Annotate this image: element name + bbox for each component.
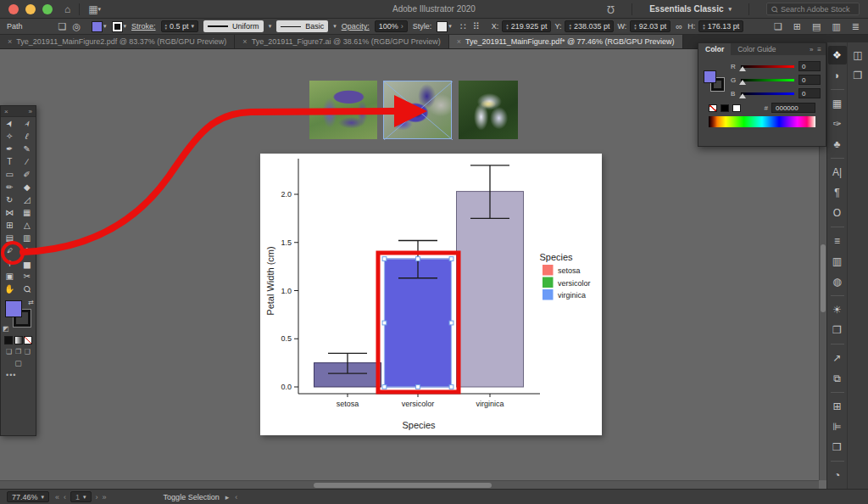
workspace-switcher[interactable]: Essentials Classic ▾ — [649, 4, 732, 14]
panel-fill-stroke-indicator[interactable] — [704, 70, 726, 92]
close-tab-icon[interactable]: × — [242, 37, 247, 46]
close-panel-icon[interactable]: × — [4, 108, 8, 115]
chevron-down-icon[interactable]: ▾ — [333, 23, 337, 30]
panel-fill-swatch[interactable] — [704, 70, 716, 83]
stroke-color-control[interactable]: ▾ — [112, 21, 127, 32]
swap-fill-stroke-icon[interactable]: ⇄ — [28, 299, 34, 306]
fill-color-control[interactable]: ▾ — [92, 21, 107, 32]
collapse-panel-icon[interactable]: » — [29, 108, 32, 115]
libraries-panel-icon[interactable]: ❐ — [849, 66, 867, 85]
channel-value-field[interactable]: 0 — [798, 88, 821, 98]
align-panel-icon[interactable]: ⊫ — [828, 417, 847, 436]
zoom-level-dropdown[interactable]: 77.46% ▾ — [7, 491, 49, 502]
width-tool[interactable]: ⋈ — [1, 206, 19, 219]
horizontal-scroll-thumb[interactable] — [314, 483, 492, 488]
close-tab-icon[interactable]: × — [8, 37, 12, 46]
slider-thumb[interactable] — [739, 66, 746, 71]
status-back-icon[interactable]: ‹ — [235, 493, 237, 501]
artboard[interactable]: 0.00.51.01.52.0setosaversicolorvirginica… — [260, 154, 602, 435]
shaper-tool[interactable]: ◆ — [19, 181, 36, 193]
ideas-lightbulb-icon[interactable]: Ω — [607, 3, 615, 15]
stroke-weight-field[interactable]: ▴▾ 0.5 pt ▾ — [161, 20, 199, 32]
pathfinder-icon[interactable]: ❒ — [828, 438, 847, 456]
tab-color-guide[interactable]: Color Guide — [731, 43, 782, 55]
channel-value-field[interactable]: 0 — [798, 75, 821, 85]
share-icon[interactable]: ▤ — [810, 22, 822, 31]
opacity-field[interactable]: 100% › — [375, 20, 408, 32]
edit-toolbar-button[interactable]: ••• — [1, 369, 36, 381]
panel-menu-icon[interactable]: ≡ — [817, 46, 821, 53]
artboards-panel-icon[interactable]: ⧉ — [828, 369, 847, 388]
transform-icon[interactable]: ❏ — [772, 22, 784, 31]
channel-slider[interactable] — [741, 91, 794, 97]
tab-color[interactable]: Color — [698, 43, 731, 55]
gradient-mode-button[interactable] — [14, 336, 23, 344]
rotate-tool[interactable]: ↻ — [1, 193, 19, 206]
last-artboard-icon[interactable]: » — [103, 493, 107, 501]
width-profile-dropdown[interactable]: Uniform — [203, 20, 264, 32]
opentype-icon[interactable]: O — [828, 204, 847, 222]
fill-proxy-swatch[interactable] — [5, 300, 22, 317]
screen-mode-button[interactable]: ▢ — [1, 357, 36, 369]
color-panel-icon[interactable]: ❖ — [828, 46, 847, 64]
draw-normal-icon[interactable]: ❏ — [6, 348, 12, 356]
black-swatch[interactable] — [721, 104, 729, 112]
selection-tool[interactable]: ➤ — [1, 117, 19, 130]
vertical-scroll-thumb[interactable] — [821, 244, 826, 312]
gradient-tool[interactable]: ▥ — [19, 232, 36, 244]
w-field[interactable]: ▴▾ 92.03 pt — [630, 20, 670, 32]
transparency-icon[interactable]: ◍ — [828, 272, 847, 291]
iris-photo-2-selected[interactable] — [383, 81, 452, 139]
slice-tool[interactable]: ✂ — [19, 270, 36, 283]
curvature-tool[interactable]: ✎ — [19, 143, 36, 155]
color-spectrum-bar[interactable] — [709, 116, 815, 127]
first-artboard-icon[interactable]: « — [55, 493, 59, 501]
close-tab-icon[interactable]: × — [457, 37, 461, 46]
symbols-icon[interactable]: ♣ — [828, 135, 847, 154]
scale-tool[interactable]: ◿ — [19, 193, 36, 206]
column-graph-tool[interactable]: ▅ — [19, 257, 36, 270]
line-segment-tool[interactable]: ∕ — [19, 155, 36, 168]
isolate-mode-icon[interactable]: ❏ — [57, 21, 69, 31]
selection-handle[interactable] — [382, 257, 387, 261]
selection-handle[interactable] — [416, 385, 420, 389]
properties-panel-icon[interactable]: ◫ — [849, 46, 867, 64]
eyedropper-tool[interactable]: ✑ — [1, 244, 19, 257]
document-tab[interactable]: ×Tye_201911_MainFigure2.pdf @ 83.37% (RG… — [0, 35, 235, 48]
channel-value-field[interactable]: 0 — [798, 61, 821, 71]
document-tab[interactable]: ×Tye_201911_Figure7.ai @ 38.61% (RGB/GPU… — [235, 35, 448, 48]
preferences-icon[interactable]: ≣ — [850, 22, 861, 31]
h-field[interactable]: ▴▾ 176.13 pt — [698, 20, 743, 32]
none-mode-button[interactable] — [24, 336, 32, 344]
default-fill-stroke-icon[interactable]: ◩ — [3, 325, 9, 333]
none-swatch[interactable] — [709, 104, 717, 112]
iris-photo-1[interactable] — [309, 81, 377, 139]
document-tab[interactable]: ×Tye_201911_MainFigure.pdf* @ 77.46% (RG… — [449, 35, 683, 48]
channel-slider[interactable] — [741, 77, 794, 83]
canvas-area[interactable]: 0.00.51.01.52.0setosaversicolorvirginica… — [0, 49, 868, 489]
direct-selection-tool[interactable]: ➢ — [19, 117, 36, 130]
channel-slider[interactable] — [741, 64, 794, 70]
magic-wand-tool[interactable]: ✧ — [1, 130, 19, 143]
swatches-icon[interactable]: ▦ — [828, 94, 847, 113]
zoom-window-button[interactable] — [42, 4, 53, 14]
hand-tool[interactable]: ✋ — [1, 283, 19, 295]
prev-artboard-icon[interactable]: ‹ — [64, 493, 66, 501]
artboard-tool[interactable]: ▣ — [1, 270, 19, 283]
fill-stroke-indicator[interactable]: ⇄ ◩ — [1, 299, 36, 334]
stroke-panel-icon[interactable]: ≡ — [828, 232, 847, 250]
paintbrush-tool[interactable]: ✐ — [19, 168, 36, 181]
next-artboard-icon[interactable]: › — [96, 493, 98, 501]
stroke-swatch[interactable] — [112, 21, 123, 32]
pencil-tool[interactable]: ✏ — [1, 181, 19, 193]
color-mode-button[interactable] — [4, 336, 13, 344]
symbol-sprayer-tool[interactable]: ↟ — [1, 257, 19, 270]
selection-handle[interactable] — [382, 385, 387, 389]
close-window-button[interactable] — [8, 4, 19, 14]
perspective-grid-tool[interactable]: △ — [19, 219, 36, 232]
transform-panel-icon[interactable]: ⊞ — [828, 397, 847, 416]
chevron-down-icon[interactable]: ▾ — [269, 23, 272, 30]
document-setup-icon[interactable]: ▥ — [830, 22, 842, 31]
blend-tool[interactable]: ❖ — [19, 244, 36, 257]
graphic-styles-icon[interactable]: ❐ — [828, 321, 847, 339]
